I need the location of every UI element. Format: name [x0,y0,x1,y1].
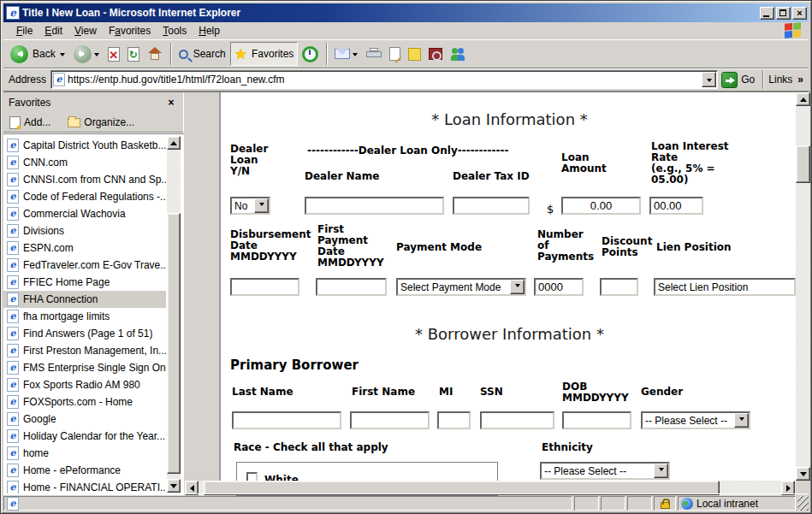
favorite-item[interactable]: eFirst Preston Management, In... [3,342,166,359]
mi-input[interactable] [437,411,471,429]
first-name-input[interactable] [350,411,430,429]
edit-button[interactable] [386,42,404,66]
favorite-item[interactable]: eCapital District Youth Basketb... [3,137,166,154]
favorite-item[interactable]: ehome [3,445,166,462]
favorite-item[interactable]: eCode of Federal Regulations -... [3,188,166,205]
dob-input[interactable] [562,411,631,429]
discuss-button[interactable] [405,42,424,66]
gender-select[interactable]: -- Please Select -- [641,411,750,429]
ssn-input[interactable] [480,411,554,429]
content-scroll-up-button[interactable] [796,92,810,106]
disbursement-date-label: Disbursement Date MMDDYYYY [230,229,311,263]
menu-edit[interactable]: Edit [39,23,68,38]
links-menu[interactable]: Links » [768,74,807,86]
favorite-item[interactable]: efha mortgage limits [3,308,166,325]
print-button[interactable] [363,42,385,66]
menu-favorites[interactable]: Favorites [103,23,157,38]
favorite-item[interactable]: eCNNSI.com from CNN and Sp... [3,171,166,188]
disbursement-date-input[interactable] [230,278,299,296]
interest-rate-input[interactable] [649,197,703,215]
go-arrow-icon [721,72,738,88]
discount-points-input[interactable] [600,278,638,296]
dealer-loan-select[interactable]: No [230,197,270,215]
favorite-item[interactable]: eFind Answers (Page 1 of 51) [3,325,166,342]
ie-page-icon: e [7,173,19,186]
mail-button[interactable] [331,42,362,66]
favorites-scroll-thumb[interactable] [167,213,181,474]
search-label: Search [193,48,226,60]
last-name-input[interactable] [232,411,341,429]
ie-page-icon: e [7,446,19,460]
go-button[interactable]: Go [721,72,755,88]
loan-amount-input[interactable] [561,197,641,215]
resize-grip[interactable] [797,496,809,511]
ie-page-icon: e [7,464,19,477]
stop-button[interactable]: ✕ [104,42,123,66]
favorites-panel-header: Favorites × [3,92,183,113]
menu-help[interactable]: Help [193,23,226,38]
chevron-down-icon[interactable] [254,198,269,213]
address-field[interactable]: e https://entp.hud.gov/title1/html/f72lo… [50,70,718,89]
favorite-item[interactable]: eDivisions [3,222,166,239]
address-dropdown-button[interactable] [702,72,716,87]
lien-position-select[interactable]: Select Lien Position [654,278,796,296]
favorite-item[interactable]: eCommercial Wachovia [3,205,166,222]
favorite-item-label: Holiday Calendar for the Year... [23,430,165,442]
title-bar[interactable]: e Title I New Loan - Microsoft Internet … [3,3,809,22]
favorite-item[interactable]: eFHA Connection [3,291,166,308]
forward-button[interactable] [70,42,104,66]
favorite-item-label: FedTraveler.com E-Gov Trave... [23,259,166,271]
favorite-item-label: Divisions [23,225,64,237]
favorite-item[interactable]: eFox Sports Radio AM 980 [3,376,166,393]
favorite-item[interactable]: eCNN.com [3,154,166,171]
favorite-item[interactable]: eFOXSports.com - Home [3,393,166,411]
menu-view[interactable]: View [68,23,103,38]
favorite-item[interactable]: eHome - ePeformance [3,462,166,479]
favorite-item[interactable]: eESPN.com [3,239,166,257]
go-label: Go [741,74,755,86]
favorites-scroll-down-button[interactable] [167,479,181,493]
address-url[interactable]: https://entp.hud.gov/title1/html/f72loan… [68,74,702,86]
favorites-close-button[interactable]: × [164,97,178,109]
close-button[interactable]: × [792,7,807,20]
refresh-button[interactable]: ↻ [124,42,143,66]
messenger-button[interactable] [447,42,469,66]
history-button[interactable] [299,42,322,66]
chevron-down-icon[interactable] [510,280,525,294]
content-scroll-down-button[interactable] [796,467,810,481]
number-of-payments-input[interactable] [534,278,584,296]
status-main-panel: e [3,496,572,511]
dealer-name-input[interactable] [305,197,444,215]
ie-page-icon: e [7,327,19,340]
payment-mode-select[interactable]: Select Payment Mode [396,278,526,296]
minimize-button[interactable] [760,7,774,20]
favorite-item[interactable]: eHoliday Calendar for the Year... [3,428,166,445]
research-icon [429,48,442,60]
search-button[interactable]: Search [175,42,229,66]
home-button[interactable] [144,42,166,66]
menu-file[interactable]: File [10,23,39,38]
research-button[interactable] [425,42,446,66]
favorites-scroll-up-button[interactable] [167,136,181,150]
organize-favorites-button[interactable]: Organize... [65,115,137,130]
first-payment-date-input[interactable] [316,278,387,296]
mi-label: MI [439,387,453,398]
chevron-down-icon[interactable] [654,464,668,478]
ethnicity-select[interactable]: -- Please Select -- [540,462,670,480]
close-icon: × [793,7,806,20]
dealer-tax-id-input[interactable] [453,197,530,215]
arrow-left-icon [187,485,194,492]
back-button[interactable]: Back [7,42,69,66]
browser-window: e Title I New Loan - Microsoft Internet … [0,0,812,514]
menu-tools[interactable]: Tools [157,23,193,38]
chevron-down-icon[interactable] [734,413,749,428]
favorite-item[interactable]: eFMS Enterprise Single Sign On... [3,359,166,376]
add-favorite-button[interactable]: Add... [7,115,53,131]
favorites-button[interactable]: ★ Favorites [230,42,299,66]
links-label: Links [768,74,792,86]
favorite-item[interactable]: eFFIEC Home Page [3,274,166,291]
favorite-item[interactable]: eGoogle [3,411,166,428]
content-vscroll-thumb[interactable] [796,145,810,183]
maximize-button[interactable] [776,7,791,20]
favorite-item[interactable]: eFedTraveler.com E-Gov Trave... [3,257,166,274]
